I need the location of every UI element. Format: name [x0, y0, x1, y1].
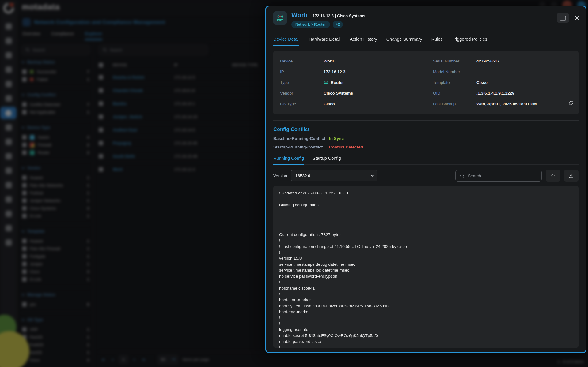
detail-row: DeviceWorli: [280, 56, 419, 66]
conflict-label: Baseline-Running-Conflict: [273, 136, 329, 141]
detail-row: TemplateCisco: [433, 77, 572, 88]
detail-value: 4279256517: [476, 59, 499, 63]
app-window: motadata Network Configuration and Compl…: [0, 0, 588, 367]
config-line: service timestamps debug datetime msec: [279, 261, 573, 267]
more-tags-badge[interactable]: +2: [333, 21, 343, 28]
detail-label: Device: [280, 59, 324, 63]
running-config-viewer[interactable]: ! Updated at 2026-03-31 19:27:10 IST Bui…: [273, 186, 579, 348]
config-tabs: Running ConfigStartup Config: [273, 156, 579, 165]
config-controls: Version 16532.0 Search ☆: [273, 170, 579, 182]
detail-label: Template: [433, 80, 476, 85]
version-label: Version: [273, 174, 287, 178]
config-line: boot-start-marker: [279, 297, 573, 303]
version-select[interactable]: 16532.0: [291, 170, 377, 181]
config-line: !: [279, 238, 573, 243]
terminal-icon: [560, 16, 566, 21]
category-badge: Network > Router: [291, 21, 330, 28]
config-line: enable password cisco: [279, 339, 573, 344]
detail-label: OID: [433, 91, 476, 95]
config-line: [279, 220, 573, 226]
console-button[interactable]: [557, 13, 569, 23]
detail-value: Cisco: [324, 102, 335, 106]
detail-row: TypeRouter: [280, 77, 419, 88]
tab-startup-config[interactable]: Startup Config: [313, 156, 341, 164]
detail-label: Serial Number: [433, 59, 476, 63]
tab-device-detail[interactable]: Device Detail: [273, 37, 299, 46]
refresh-backup-button[interactable]: [568, 100, 574, 107]
favorite-button[interactable]: ☆: [546, 170, 560, 182]
detail-label: Model Number: [433, 69, 476, 74]
detail-row: OS TypeCisco: [280, 99, 419, 109]
config-line: hostname cisco841: [279, 285, 573, 291]
tab-action-history[interactable]: Action History: [350, 37, 377, 46]
search-icon: [460, 174, 465, 178]
detail-row: Model Number: [433, 66, 572, 77]
detail-row: OID.1.3.6.1.4.1.9.1.2229: [433, 88, 572, 99]
config-line: !: [279, 279, 573, 285]
conflict-status: In Sync: [329, 136, 344, 141]
config-line: [279, 226, 573, 231]
config-line: !: [279, 345, 573, 348]
conflict-label: Startup-Running-Conflict: [273, 145, 329, 149]
conflict-status: Conflict Detected: [329, 145, 363, 149]
config-line: service timestamps log datetime msec: [279, 267, 573, 273]
config-conflict-row: Baseline-Running-ConflictIn Sync: [273, 136, 579, 141]
detail-label: Last Backup: [433, 102, 476, 106]
config-line: version 15.8: [279, 255, 573, 261]
detail-value: Router: [324, 80, 344, 85]
config-line: !: [279, 321, 573, 327]
router-device-icon: [273, 11, 287, 25]
config-search-placeholder: Search: [468, 174, 481, 178]
tab-change-summary[interactable]: Change Summary: [386, 37, 422, 46]
star-icon: ☆: [550, 172, 555, 179]
config-line: [279, 214, 573, 220]
config-line: boot-end-marker: [279, 309, 573, 315]
config-line: ! Updated at 2026-03-31 19:27:10 IST: [279, 190, 573, 196]
divider: [273, 120, 579, 121]
download-button[interactable]: [564, 170, 579, 182]
device-meta: | 172.16.12.3 | Cisco Systems: [310, 13, 365, 18]
config-line: logging userinfo: [279, 327, 573, 332]
config-line: ! Last configuration change at 11:10:55 …: [279, 244, 573, 249]
detail-value: Cisco: [476, 80, 488, 85]
drawer-title-block: Worli | 172.16.12.3 | Cisco Systems Netw…: [291, 11, 365, 28]
config-line: Current configuration : 7827 bytes: [279, 232, 573, 238]
detail-value: Wed, Apr 01, 2026 05:18:01 PM: [476, 102, 537, 106]
config-line: !: [279, 291, 573, 297]
drawer-header: Worli | 172.16.12.3 | Cisco Systems Netw…: [266, 6, 586, 32]
device-name: Worli: [291, 11, 307, 19]
detail-label: IP: [280, 69, 324, 74]
config-conflict-rows: Baseline-Running-ConflictIn SyncStartup-…: [266, 132, 586, 149]
detail-row: Serial Number4279256517: [433, 56, 572, 66]
config-line: no service password-encryption: [279, 273, 573, 279]
config-line: enable secret 5 $1$ntuE$y0CiOwROz6gKJnfQ…: [279, 333, 573, 339]
config-line: Building configuration...: [279, 202, 573, 208]
tab-hardware-detail[interactable]: Hardware Detail: [309, 37, 340, 46]
detail-value: Worli: [324, 59, 334, 63]
download-icon: [569, 173, 574, 178]
close-icon[interactable]: ×: [575, 15, 579, 21]
detail-row: VendorCisco Systems: [280, 88, 419, 99]
config-line: boot system flash c800m-universalk9-mz.S…: [279, 303, 573, 309]
config-line: [279, 196, 573, 202]
refresh-icon: [568, 100, 574, 106]
chevron-down-icon: [371, 174, 374, 177]
config-search-input[interactable]: Search: [455, 170, 542, 182]
config-line: !: [279, 249, 573, 255]
detail-row: Last BackupWed, Apr 01, 2026 05:18:01 PM: [433, 99, 572, 109]
tab-triggered-policies[interactable]: Triggered Policies: [452, 37, 487, 46]
detail-value: Cisco Systems: [324, 91, 353, 95]
config-line: [279, 208, 573, 214]
router-icon: [324, 80, 328, 85]
device-details-card: DeviceWorliIP172.16.12.3TypeRouterVendor…: [273, 51, 579, 114]
drawer-tabs: Device DetailHardware DetailAction Histo…: [266, 32, 586, 46]
detail-label: Vendor: [280, 91, 324, 95]
tab-running-config[interactable]: Running Config: [273, 156, 304, 165]
config-line: !: [279, 315, 573, 321]
detail-value: 172.16.12.3: [324, 69, 345, 74]
details-right-column: Serial Number4279256517Model NumberTempl…: [433, 56, 572, 109]
config-conflict-heading: Config Conflict: [273, 126, 579, 132]
tab-rules[interactable]: Rules: [431, 37, 443, 46]
drawer-actions: ×: [557, 13, 579, 23]
detail-value: .1.3.6.1.4.1.9.1.2229: [476, 91, 514, 95]
